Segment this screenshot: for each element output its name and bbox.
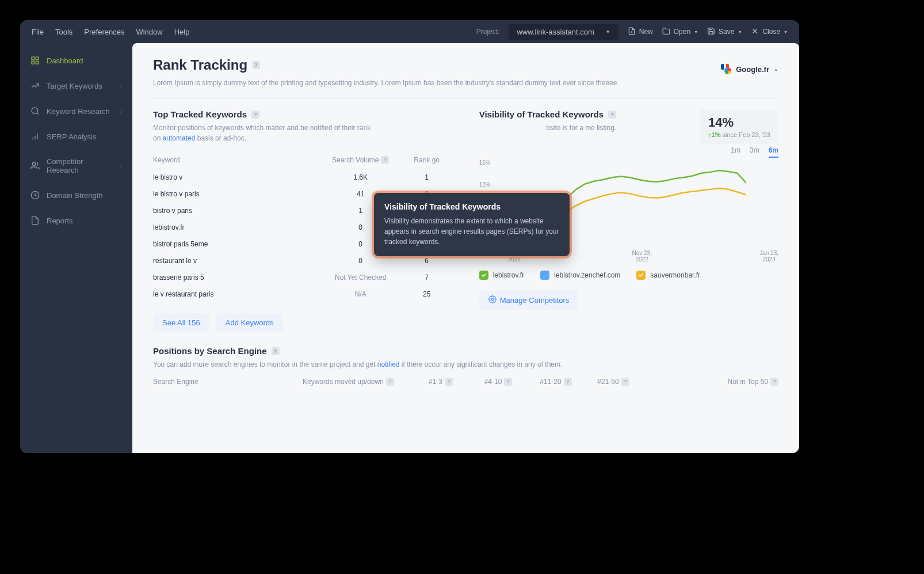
- folder-open-icon: [662, 27, 670, 37]
- table-row[interactable]: brasserie paris 5Not Yet Checked7: [153, 269, 459, 286]
- x-tick-label: Jan 23,2023: [759, 250, 778, 263]
- chevron-right-icon: ›: [120, 163, 122, 169]
- y-tick-label: 12%: [479, 181, 491, 187]
- add-keywords-button[interactable]: Add Keywords: [216, 313, 283, 332]
- help-icon[interactable]: ?: [272, 347, 280, 355]
- tooltip-body: Visibility demonstrates the extent to wh…: [384, 216, 559, 247]
- column-header-search-engine: Search Engine: [153, 378, 303, 386]
- menu-preferences[interactable]: Preferences: [84, 28, 124, 36]
- rank-cell: 25: [395, 290, 459, 298]
- help-icon[interactable]: ?: [504, 378, 512, 386]
- sidebar-item-dashboard[interactable]: Dashboard: [20, 48, 132, 73]
- help-icon[interactable]: ?: [608, 111, 616, 119]
- help-icon[interactable]: ?: [564, 378, 572, 386]
- positions-columns: Search Engine Keywords moved up/down? #1…: [153, 378, 778, 386]
- tab-3m[interactable]: 3m: [750, 146, 759, 158]
- section-description: bsite is for a me listing.: [479, 123, 616, 133]
- gauge-icon: [30, 191, 40, 200]
- section-heading: Positions by Search Engine: [153, 346, 267, 356]
- sidebar-item-keyword-research[interactable]: Keyword Research ›: [20, 98, 132, 124]
- flag-icon: [721, 64, 731, 74]
- kpi-delta: ↑1% since Feb 23, '23: [708, 131, 770, 138]
- table-row[interactable]: le bistro v1,6K1: [153, 169, 459, 186]
- keyword-cell: le v restaurant paris: [153, 290, 326, 298]
- keyword-cell: bistro v paris: [153, 207, 326, 215]
- automated-link[interactable]: automated: [163, 134, 196, 142]
- keyword-cell: bistrot paris 5eme: [153, 240, 326, 248]
- menu-window[interactable]: Window: [136, 28, 162, 36]
- menu-tools[interactable]: Tools: [55, 28, 72, 36]
- chevron-down-icon: ▼: [784, 30, 788, 34]
- volume-cell: N/A: [326, 290, 395, 298]
- sidebar-item-label: SERP Analysis: [47, 132, 96, 141]
- sidebar-item-label: Target Keywords: [47, 82, 102, 90]
- volume-cell: 1,6K: [326, 173, 395, 181]
- kpi-value: 14%: [708, 115, 770, 130]
- help-icon[interactable]: ?: [251, 111, 259, 119]
- chevron-right-icon: ›: [120, 108, 122, 115]
- bar-chart-icon: [30, 132, 40, 141]
- checkbox-checked-icon[interactable]: [636, 271, 646, 280]
- sidebar-item-serp-analysis[interactable]: SERP Analysis: [20, 124, 132, 149]
- search-engine-selector[interactable]: Google.fr ⌄: [721, 64, 778, 74]
- legend-item: lebistrov.fr: [479, 271, 524, 280]
- save-button[interactable]: Save ▼: [707, 27, 742, 37]
- help-icon[interactable]: ?: [381, 156, 389, 164]
- project-selector[interactable]: www.link-assistant.com ▼: [509, 24, 618, 40]
- section-description: Monitor positions of keywords which matt…: [153, 123, 459, 143]
- chart-legend: lebistrov.fr lebistrov.zenchef.com sauve…: [479, 271, 778, 280]
- sidebar-item-reports[interactable]: Reports: [20, 208, 132, 233]
- project-value: www.link-assistant.com: [517, 28, 594, 36]
- svg-line-7: [37, 113, 39, 115]
- keyword-cell: le bistro v: [153, 173, 326, 181]
- svg-rect-4: [32, 61, 35, 64]
- gear-icon: [488, 295, 497, 305]
- positions-section: Positions by Search Engine ? You can add…: [153, 346, 778, 386]
- menubar: File Tools Preferences Window Help Proje…: [20, 20, 799, 43]
- tab-1m[interactable]: 1m: [731, 146, 740, 158]
- chevron-down-icon: ▼: [738, 30, 742, 34]
- dashboard-icon: [30, 56, 40, 65]
- users-icon: [30, 161, 40, 170]
- svg-point-11: [32, 162, 35, 165]
- column-header-not-50: Not in Top 50?: [642, 378, 778, 386]
- sidebar-item-target-keywords[interactable]: Target Keywords ›: [20, 73, 132, 98]
- checkbox-checked-icon[interactable]: [479, 271, 488, 280]
- keyword-cell: brasserie paris 5: [153, 273, 326, 282]
- close-button[interactable]: Close ▼: [751, 27, 788, 37]
- notified-link[interactable]: notified: [377, 360, 400, 368]
- legend-item: lebistrov.zenchef.com: [540, 271, 620, 280]
- chevron-right-icon: ›: [120, 83, 122, 89]
- menu-help[interactable]: Help: [174, 28, 190, 36]
- rank-cell: 7: [395, 273, 459, 282]
- search-icon: [30, 107, 40, 116]
- svg-rect-2: [32, 57, 35, 60]
- table-row[interactable]: le v restaurant parisN/A25: [153, 286, 459, 303]
- page-description: Lorem Ipsum is simply dummy text of the …: [153, 78, 617, 88]
- chevron-down-icon: ▼: [606, 29, 610, 35]
- open-button[interactable]: Open ▼: [662, 27, 698, 37]
- sidebar-item-competitor-research[interactable]: Competitor Research ›: [20, 149, 132, 183]
- new-button[interactable]: New: [628, 27, 653, 37]
- sidebar-item-label: Domain Strength: [47, 191, 103, 200]
- document-icon: [30, 216, 40, 225]
- column-header-1-3: #1-3?: [412, 378, 469, 386]
- volume-cell: 0: [326, 257, 395, 265]
- svg-point-6: [32, 108, 38, 114]
- manage-competitors-button[interactable]: Manage Competitors: [479, 290, 579, 310]
- file-plus-icon: [628, 27, 636, 37]
- checkbox-icon[interactable]: [540, 271, 549, 280]
- tab-6m[interactable]: 6m: [769, 146, 778, 158]
- see-all-button[interactable]: See All 156: [153, 313, 209, 332]
- kpi-card: 14% ↑1% since Feb 23, '23: [700, 109, 778, 144]
- page-title: Rank Tracking ?: [153, 57, 617, 73]
- help-icon[interactable]: ?: [770, 378, 778, 386]
- help-icon[interactable]: ?: [621, 378, 629, 386]
- help-icon[interactable]: ?: [445, 378, 453, 386]
- menu-file[interactable]: File: [32, 28, 44, 36]
- sidebar-item-domain-strength[interactable]: Domain Strength: [20, 183, 132, 208]
- help-icon[interactable]: ?: [252, 61, 260, 69]
- close-icon: [751, 27, 759, 37]
- help-icon[interactable]: ?: [386, 378, 394, 386]
- section-heading: Visibility of Tracked Keywords: [479, 109, 604, 119]
